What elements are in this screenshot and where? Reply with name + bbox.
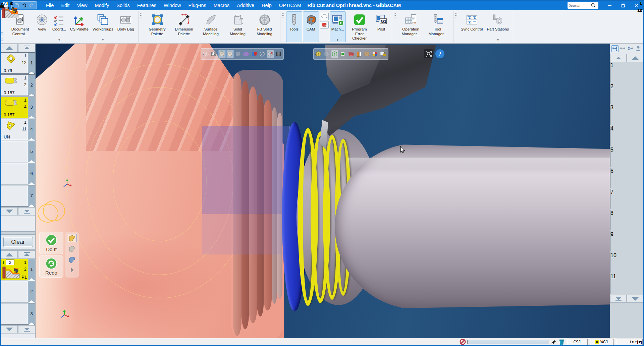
trash-icon[interactable] bbox=[558, 339, 565, 345]
ribbon-button-post[interactable]: G1Post bbox=[373, 11, 389, 42]
ribbon-button-geometry-palette[interactable]: Geometry Palette bbox=[144, 11, 170, 42]
solid-gray-icon[interactable] bbox=[68, 245, 76, 253]
chevron-down-icon[interactable]: ▼ bbox=[202, 53, 204, 55]
tool-tile-body[interactable]: 1120.79 bbox=[1, 52, 28, 74]
grid-icon[interactable] bbox=[275, 50, 282, 58]
clear-button[interactable]: Clear bbox=[3, 237, 33, 247]
group-grip-icon[interactable] bbox=[394, 13, 396, 18]
group-grip-icon[interactable] bbox=[455, 13, 457, 18]
scroll-to-top-button[interactable] bbox=[18, 44, 35, 52]
cube-wire-icon[interactable] bbox=[331, 50, 338, 58]
operation-tile-11[interactable]: 11T 314P1 bbox=[610, 274, 643, 294]
process-tile-3[interactable]: 3 bbox=[1, 303, 35, 325]
workspace-viewport[interactable]: ▼▼▼ ▼▼▼▼▼▼ ? bbox=[36, 44, 610, 338]
solid-yellow-icon[interactable] bbox=[68, 234, 76, 242]
cube-orange-icon[interactable] bbox=[363, 50, 371, 58]
tool-tile-body[interactable] bbox=[1, 185, 28, 207]
ribbon-button-dimension-palette[interactable]: Dimension Palette bbox=[171, 11, 197, 42]
bars-orange-icon[interactable] bbox=[355, 50, 363, 58]
operation-tile-3[interactable]: 3T 212P1 bbox=[610, 105, 643, 125]
operation-tile-2[interactable]: 2T 1112P1 bbox=[610, 83, 643, 104]
cs-indicator[interactable]: CS1 bbox=[567, 339, 588, 345]
pocket-small-icon[interactable] bbox=[320, 13, 329, 20]
process-scroll-to-bottom-button[interactable] bbox=[18, 325, 35, 333]
process-scroll-down-button[interactable] bbox=[1, 325, 18, 333]
tool-tile-4[interactable]: 111UN4 bbox=[1, 119, 35, 140]
tool-tile-body[interactable]: 140.157 bbox=[1, 97, 28, 118]
process-tool-input[interactable]: 2 bbox=[6, 260, 14, 265]
axis-clock-icon[interactable] bbox=[259, 50, 266, 58]
ops-scroll-to-top-button[interactable] bbox=[610, 54, 627, 62]
tool-tile-3[interactable]: 140.1573 bbox=[1, 97, 35, 118]
op-prepend-icon[interactable] bbox=[627, 45, 634, 52]
chevron-down-icon[interactable]: ▼ bbox=[315, 53, 317, 55]
process-scroll-up-button[interactable] bbox=[1, 250, 18, 258]
ribbon-button-sync-control[interactable]: Sync Control bbox=[459, 11, 485, 42]
ribbon-button-cs-palette[interactable]: CS Palette bbox=[68, 11, 90, 42]
wg-indicator[interactable]: WG1 bbox=[590, 339, 614, 345]
tool-tile-1[interactable]: 1120.791 bbox=[1, 52, 35, 74]
ribbon-button-solid-modeling[interactable]: Solid Modeling bbox=[225, 11, 251, 42]
tool-tile-body[interactable]: 111UN bbox=[1, 119, 28, 140]
tool-tile-2[interactable]: 120.1572 bbox=[1, 74, 35, 96]
operation-tile-1[interactable]: 1T 1112P1 bbox=[610, 62, 643, 82]
stock-box-icon[interactable] bbox=[243, 50, 250, 58]
operation-tile-5[interactable]: 5T 212P1 bbox=[610, 147, 643, 167]
ribbon-button-operation-manager[interactable]: Operation Manager... bbox=[398, 11, 424, 42]
ops-scroll-down-button[interactable] bbox=[627, 295, 643, 303]
solid-blue-icon[interactable] bbox=[68, 255, 76, 264]
operation-tile-10[interactable]: 10T 4111P1 bbox=[610, 252, 643, 273]
ops-scroll-up-button[interactable] bbox=[627, 54, 643, 62]
tool-tile-body[interactable] bbox=[1, 163, 28, 184]
group-grip-icon[interactable] bbox=[140, 13, 142, 18]
tool-tile-5[interactable]: 5 bbox=[1, 141, 35, 162]
pin-icon[interactable] bbox=[551, 339, 556, 345]
op-append-icon[interactable] bbox=[619, 45, 626, 52]
ribbon-button-tools[interactable]: Tools bbox=[286, 11, 302, 42]
operation-tile-9[interactable]: 9T 4111P1 bbox=[610, 231, 643, 251]
operation-tile-6[interactable]: 6T 212P1 bbox=[610, 168, 643, 188]
interrupt-icon[interactable] bbox=[460, 339, 466, 345]
group-grip-icon[interactable] bbox=[282, 13, 284, 18]
ribbon-button-view[interactable]: View bbox=[34, 11, 50, 42]
help-icon[interactable]: ? bbox=[435, 49, 444, 58]
process-tile-body[interactable] bbox=[1, 281, 28, 302]
operation-tile-8[interactable]: 8T 4111P1 bbox=[610, 210, 643, 230]
process-tile-body[interactable] bbox=[1, 303, 28, 325]
zoom-select-icon[interactable] bbox=[424, 49, 433, 58]
flyout-arrow-icon[interactable] bbox=[71, 268, 74, 272]
do-it-button[interactable]: Do It bbox=[39, 232, 63, 254]
ghost-cube-icon[interactable] bbox=[234, 50, 242, 58]
cube-ghost-icon[interactable] bbox=[323, 50, 330, 58]
user-icon[interactable] bbox=[635, 45, 642, 52]
operation-tile-7[interactable]: 7T 212P1 bbox=[610, 189, 643, 209]
ribbon-button-part-stations[interactable]: Part Stations▼ bbox=[485, 11, 511, 42]
monitor-lock-icon[interactable] bbox=[379, 50, 387, 58]
cube-plus-icon[interactable] bbox=[267, 50, 274, 58]
solids-pair-icon[interactable] bbox=[251, 50, 258, 58]
tool-tile-6[interactable]: 6 bbox=[1, 163, 35, 184]
color-wheel-icon[interactable] bbox=[371, 50, 379, 58]
ribbon-button-program-error-checker[interactable]: Program Error Checker bbox=[346, 11, 373, 42]
scroll-down-button[interactable] bbox=[1, 207, 18, 215]
operation-tile-4[interactable]: 4T 212P1 bbox=[610, 126, 643, 146]
process-tile-1[interactable]: T212P11 bbox=[1, 259, 35, 280]
ribbon-button-tool-manager[interactable]: Tool Manager... bbox=[425, 11, 451, 42]
process-tile-2[interactable]: 2 bbox=[1, 281, 35, 302]
process-scroll-to-top-button[interactable] bbox=[18, 250, 35, 258]
scroll-up-button[interactable] bbox=[1, 44, 18, 52]
tool-tile-7[interactable]: 7 bbox=[1, 185, 35, 207]
ribbon-button-surface-modeling[interactable]: Surface Modeling bbox=[198, 11, 224, 42]
chevron-down-icon[interactable]: ▼ bbox=[102, 39, 104, 42]
ribbon-button-cam[interactable]: CAM bbox=[303, 11, 319, 42]
chevron-down-icon[interactable]: ▼ bbox=[496, 39, 499, 42]
ribbon-button-body-bag[interactable]: Body Bag bbox=[116, 11, 136, 42]
shade-cube-icon[interactable] bbox=[226, 50, 234, 58]
ribbon-button-fb-solid-modeling[interactable]: FB Solid Modeling bbox=[252, 11, 278, 42]
layers-red-icon[interactable] bbox=[347, 50, 355, 58]
op-insert-icon[interactable] bbox=[611, 45, 619, 52]
square-green-icon[interactable] bbox=[339, 50, 346, 58]
redo-button[interactable]: Redo bbox=[39, 255, 63, 278]
tool-tile-body[interactable] bbox=[1, 141, 28, 162]
facet-cube-icon[interactable] bbox=[218, 50, 226, 58]
